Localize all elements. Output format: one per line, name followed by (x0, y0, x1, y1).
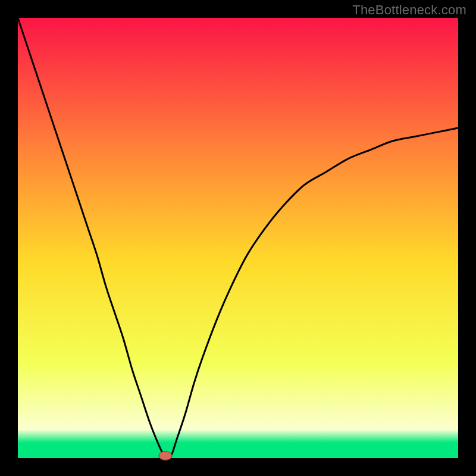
bottleneck-chart (0, 0, 476, 476)
chart-frame: { "watermark": "TheBottleneck.com", "col… (0, 0, 476, 476)
minimum-marker (159, 452, 172, 461)
watermark-label: TheBottleneck.com (352, 2, 466, 18)
plot-background (18, 18, 458, 458)
